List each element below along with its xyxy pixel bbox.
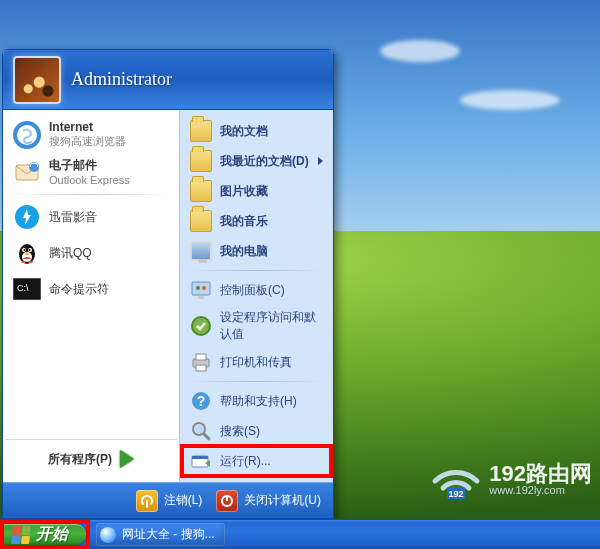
run-icon bbox=[190, 450, 212, 472]
svg-rect-15 bbox=[192, 282, 210, 295]
svg-text:192: 192 bbox=[449, 489, 464, 499]
svg-point-12 bbox=[25, 253, 29, 255]
user-name: Administrator bbox=[71, 69, 172, 90]
help-icon: ? bbox=[190, 390, 212, 412]
svg-rect-31 bbox=[226, 495, 228, 501]
item-label: 我的音乐 bbox=[220, 213, 268, 230]
svg-rect-29 bbox=[192, 456, 208, 459]
item-label: 设定程序访问和默认值 bbox=[220, 309, 323, 343]
svg-rect-18 bbox=[198, 296, 204, 299]
menu-folder[interactable]: 我的音乐 bbox=[182, 206, 331, 236]
item-label: 我的电脑 bbox=[220, 243, 268, 260]
defaults-icon bbox=[190, 315, 212, 337]
menu-search[interactable]: 搜索(S) bbox=[182, 416, 331, 446]
item-label: 运行(R)... bbox=[220, 453, 271, 470]
all-programs[interactable]: 所有程序(P) bbox=[5, 439, 177, 476]
logoff-label: 注销(L) bbox=[164, 492, 203, 509]
user-avatar[interactable] bbox=[13, 56, 61, 104]
start-menu-right-column: 我的文档 我最近的文档(D) 图片收藏 我的音乐 我的电脑 控制面板(C) 设定… bbox=[179, 110, 333, 482]
shutdown-icon bbox=[216, 490, 238, 512]
printer-icon bbox=[190, 351, 212, 373]
item-label: 图片收藏 bbox=[220, 183, 268, 200]
start-button-label: 开始 bbox=[36, 524, 68, 545]
svg-text:C:\: C:\ bbox=[17, 283, 29, 293]
xunlei-icon bbox=[13, 203, 41, 231]
svg-text:?: ? bbox=[197, 393, 206, 409]
item-label: 帮助和支持(H) bbox=[220, 393, 297, 410]
item-label: 我最近的文档(D) bbox=[220, 153, 309, 170]
item-label: 控制面板(C) bbox=[220, 282, 285, 299]
taskbar-app-label: 网址大全 - 搜狗... bbox=[122, 526, 215, 543]
watermark-url: www.192ly.com bbox=[489, 485, 592, 496]
menu-defaults[interactable]: 设定程序访问和默认值 bbox=[182, 305, 331, 347]
folder-icon bbox=[190, 120, 212, 142]
item-subtitle: Outlook Express bbox=[49, 174, 130, 186]
folder-icon bbox=[190, 210, 212, 232]
start-menu: Administrator Internet 搜狗高速浏览器 电子邮件 Outl… bbox=[2, 49, 334, 519]
svg-point-27 bbox=[195, 425, 203, 433]
item-title: 命令提示符 bbox=[49, 281, 109, 298]
wifi-icon: 192 bbox=[429, 457, 483, 501]
windows-flag-icon bbox=[11, 526, 31, 544]
logoff-icon bbox=[136, 490, 158, 512]
chevron-right-icon bbox=[318, 157, 323, 165]
menu-help[interactable]: ? 帮助和支持(H) bbox=[182, 386, 331, 416]
item-label: 打印机和传真 bbox=[220, 354, 292, 371]
recent-xunlei[interactable]: 迅雷影音 bbox=[5, 199, 177, 235]
start-button[interactable]: 开始 bbox=[4, 524, 86, 545]
svg-rect-22 bbox=[196, 354, 206, 360]
start-menu-left-column: Internet 搜狗高速浏览器 电子邮件 Outlook Express 迅雷… bbox=[3, 110, 179, 482]
item-title: Internet bbox=[49, 120, 126, 134]
shutdown-button[interactable]: 关闭计算机(U) bbox=[216, 490, 321, 512]
folder-icon bbox=[190, 180, 212, 202]
control-icon bbox=[190, 279, 212, 301]
svg-point-17 bbox=[202, 286, 206, 290]
menu-folder[interactable]: 图片收藏 bbox=[182, 176, 331, 206]
svg-point-10 bbox=[24, 249, 26, 251]
menu-monitor[interactable]: 我的电脑 bbox=[182, 236, 331, 266]
monitor-icon bbox=[190, 240, 212, 262]
sogou-icon bbox=[100, 527, 116, 543]
item-title: 电子邮件 bbox=[49, 157, 130, 174]
recent-qq[interactable]: 腾讯QQ bbox=[5, 235, 177, 271]
menu-run[interactable]: 运行(R)... bbox=[182, 446, 331, 476]
menu-folder[interactable]: 我的文档 bbox=[182, 116, 331, 146]
svg-point-16 bbox=[196, 286, 200, 290]
watermark: 192 192路由网 www.192ly.com bbox=[429, 457, 592, 501]
taskbar: 开始 网址大全 - 搜狗... bbox=[0, 519, 600, 549]
recent-cmd[interactable]: C:\ 命令提示符 bbox=[5, 271, 177, 307]
arrow-right-icon bbox=[120, 450, 134, 468]
folder-icon bbox=[190, 150, 212, 172]
logoff-button[interactable]: 注销(L) bbox=[136, 490, 203, 512]
menu-folder[interactable]: 我最近的文档(D) bbox=[182, 146, 331, 176]
item-label: 我的文档 bbox=[220, 123, 268, 140]
taskbar-app-sogou[interactable]: 网址大全 - 搜狗... bbox=[96, 523, 225, 546]
qq-icon bbox=[13, 239, 41, 267]
item-subtitle: 搜狗高速浏览器 bbox=[49, 134, 126, 149]
item-label: 搜索(S) bbox=[220, 423, 260, 440]
start-menu-footer: 注销(L) 关闭计算机(U) bbox=[3, 482, 333, 518]
shutdown-label: 关闭计算机(U) bbox=[244, 492, 321, 509]
svg-point-11 bbox=[29, 249, 31, 251]
watermark-title: 192路由网 bbox=[489, 463, 592, 485]
menu-control[interactable]: 控制面板(C) bbox=[182, 275, 331, 305]
pinned-sogou[interactable]: Internet 搜狗高速浏览器 bbox=[5, 116, 177, 153]
start-menu-header: Administrator bbox=[3, 50, 333, 110]
cmd-icon: C:\ bbox=[13, 275, 41, 303]
item-title: 腾讯QQ bbox=[49, 245, 92, 262]
menu-printer[interactable]: 打印机和传真 bbox=[182, 347, 331, 377]
pinned-email[interactable]: 电子邮件 Outlook Express bbox=[5, 153, 177, 190]
item-title: 迅雷影音 bbox=[49, 209, 97, 226]
sogou-icon bbox=[13, 121, 41, 149]
search-icon bbox=[190, 420, 212, 442]
start-button-highlight: 开始 bbox=[0, 520, 90, 549]
svg-rect-23 bbox=[196, 365, 206, 371]
all-programs-label: 所有程序(P) bbox=[48, 451, 112, 468]
email-icon bbox=[13, 158, 41, 186]
